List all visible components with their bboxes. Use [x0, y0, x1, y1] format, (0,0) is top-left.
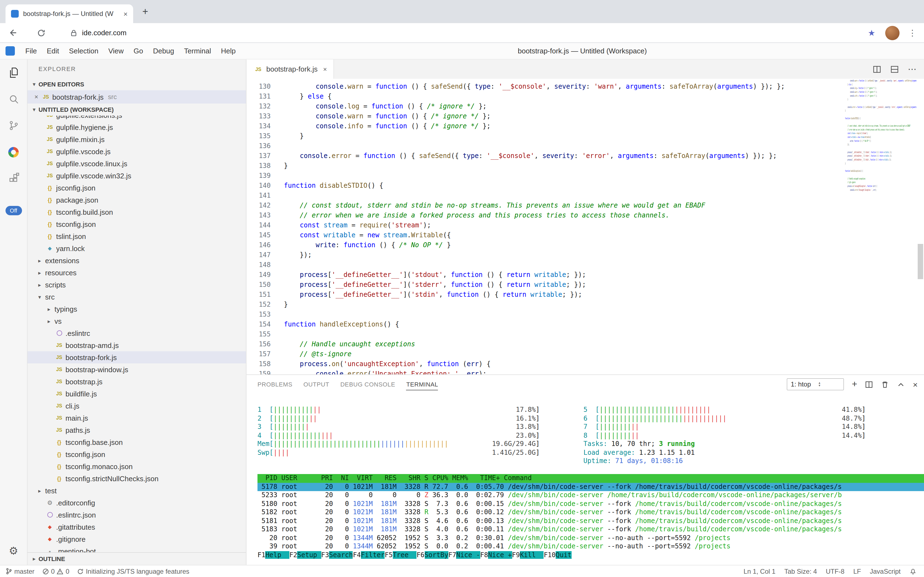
- tree-item-gulpfile.vscode.js[interactable]: JSgulpfile.vscode.js: [27, 145, 246, 158]
- panel-tab-problems[interactable]: PROBLEMS: [257, 379, 292, 390]
- url-text[interactable]: ide.coder.com: [82, 29, 127, 37]
- tree-item-.eslintrc.json[interactable]: .eslintrc.json: [27, 509, 246, 521]
- tree-item-extensions[interactable]: ▸extensions: [27, 255, 246, 266]
- tree-item-.gitattributes[interactable]: ◆.gitattributes: [27, 521, 246, 533]
- activity-search-button[interactable]: [0, 86, 27, 112]
- tree-item-tsconfig.monaco.json[interactable]: {}tsconfig.monaco.json: [27, 460, 246, 472]
- tab-close-icon[interactable]: ×: [124, 10, 128, 18]
- status-message[interactable]: Initializing JS/TS language features: [77, 567, 189, 575]
- avatar[interactable]: [885, 26, 900, 40]
- tree-item-gulpfile.extensions.js[interactable]: JSgulpfile.extensions.js: [27, 116, 246, 121]
- split-editor-button[interactable]: [873, 65, 881, 74]
- tab-close-icon[interactable]: ×: [323, 65, 327, 73]
- tree-item-tsconfig.json[interactable]: {}tsconfig.json: [27, 448, 246, 460]
- tree-item-gulpfile.hygiene.js[interactable]: JSgulpfile.hygiene.js: [27, 121, 246, 133]
- open-editors-header[interactable]: ▾ OPEN EDITORS: [27, 78, 246, 90]
- tree-item-cli.js[interactable]: JScli.js: [27, 400, 246, 412]
- cursor-position[interactable]: Ln 1, Col 1: [744, 567, 775, 575]
- code-line: [284, 260, 844, 270]
- tree-item-scripts[interactable]: ▸scripts: [27, 279, 246, 291]
- tree-item-.editorconfig[interactable]: ⚙.editorconfig: [27, 496, 246, 509]
- tree-item-yarn.lock[interactable]: ◆yarn.lock: [27, 242, 246, 255]
- outline-header[interactable]: ▸ OUTLINE: [27, 552, 246, 565]
- browser-tab[interactable]: bootstrap-fork.js — Untitled (W ×: [5, 5, 133, 23]
- terminal-dropdown[interactable]: 1: htop ▴▾: [787, 378, 844, 390]
- tree-item-tsconfig.build.json[interactable]: {}tsconfig.build.json: [27, 206, 246, 218]
- tree-item-.mention-bot[interactable]: ●.mention-bot: [27, 545, 246, 553]
- open-editor-item[interactable]: × JS bootstrap-fork.js src: [27, 90, 246, 103]
- tree-item-resources[interactable]: ▸resources: [27, 266, 246, 279]
- tree-item-buildfile.js[interactable]: JSbuildfile.js: [27, 388, 246, 400]
- menu-terminal[interactable]: Terminal: [179, 47, 216, 55]
- menu-help[interactable]: Help: [216, 47, 241, 55]
- activity-explorer-button[interactable]: [0, 60, 27, 86]
- maximize-panel-button[interactable]: [897, 380, 905, 388]
- tree-item-src[interactable]: ▾src: [27, 291, 246, 303]
- tab-size[interactable]: Tab Size: 4: [784, 567, 817, 575]
- more-actions-button[interactable]: ⋯: [908, 64, 917, 74]
- menu-go[interactable]: Go: [129, 47, 148, 55]
- code-line: console.warn = function () { safeSend({ …: [284, 82, 844, 91]
- tree-item-test[interactable]: ▸test: [27, 485, 246, 496]
- tree-item-gulpfile.vscode.linux.js[interactable]: JSgulpfile.vscode.linux.js: [27, 158, 246, 169]
- problems-status[interactable]: 0 0: [42, 567, 69, 575]
- tree-item-main.js[interactable]: JSmain.js: [27, 412, 246, 424]
- tree-item-jsconfig.json[interactable]: {}jsconfig.json: [27, 182, 246, 194]
- tree-item-tsconfig.strictNullChecks.json[interactable]: {}tsconfig.strictNullChecks.json: [27, 472, 246, 485]
- browser-menu-button[interactable]: ⋮: [908, 28, 917, 38]
- close-panel-button[interactable]: ×: [913, 380, 918, 389]
- tree-item-tsconfig.json[interactable]: {}tsconfig.json: [27, 218, 246, 230]
- toggle-layout-button[interactable]: [890, 65, 899, 74]
- tree-item-bootstrap-amd.js[interactable]: JSbootstrap-amd.js: [27, 339, 246, 351]
- bookmark-star-button[interactable]: ★: [868, 28, 875, 38]
- panel-tab-debug-console[interactable]: DEBUG CONSOLE: [340, 379, 395, 390]
- workspace-header[interactable]: ▾ UNTITLED (WORKSPACE): [27, 103, 246, 116]
- editor-scrollbar[interactable]: [918, 244, 923, 279]
- tree-item-vs[interactable]: ▸vs: [27, 315, 246, 327]
- menu-selection[interactable]: Selection: [64, 47, 103, 55]
- new-tab-button[interactable]: +: [139, 5, 152, 18]
- encoding[interactable]: UTF-8: [826, 567, 845, 575]
- back-button[interactable]: [8, 28, 17, 37]
- tree-item-.gitignore[interactable]: ◆.gitignore: [27, 533, 246, 545]
- tree-item-bootstrap-fork.js[interactable]: JSbootstrap-fork.js: [27, 351, 246, 363]
- tree-item-package.json[interactable]: {}package.json: [27, 194, 246, 206]
- new-terminal-button[interactable]: +: [852, 379, 857, 390]
- code-line: process['__defineGetter__']('stdin', fun…: [284, 290, 844, 300]
- activity-plugin-button[interactable]: [0, 139, 27, 165]
- eol[interactable]: LF: [853, 567, 861, 575]
- panel-tab-output[interactable]: OUTPUT: [304, 379, 329, 390]
- close-icon[interactable]: ×: [32, 93, 41, 101]
- tree-item-gulpfile.mixin.js[interactable]: JSgulpfile.mixin.js: [27, 133, 246, 145]
- tree-item-typings[interactable]: ▸typings: [27, 303, 246, 315]
- settings-gear-button[interactable]: ⚙: [0, 540, 27, 562]
- telemetry-off-badge[interactable]: Off: [5, 206, 22, 215]
- menu-debug[interactable]: Debug: [148, 47, 179, 55]
- language-mode[interactable]: JavaScript: [870, 567, 901, 575]
- activity-extensions-button[interactable]: [0, 165, 27, 192]
- kill-terminal-button[interactable]: [881, 380, 889, 388]
- terminal[interactable]: 1 [|||||||||||| 17.8%] 5 [||||||||||||||…: [246, 394, 924, 565]
- explorer-sidebar: EXPLORER ▾ OPEN EDITORS × JS bootstrap-f…: [27, 60, 246, 565]
- tree-item-tslint.json[interactable]: {}tslint.json: [27, 230, 246, 242]
- site-lock-icon[interactable]: [70, 29, 77, 37]
- notifications-bell[interactable]: [910, 567, 917, 575]
- panel-tab-terminal[interactable]: TERMINAL: [406, 379, 438, 390]
- tree-item-tsconfig.base.json[interactable]: {}tsconfig.base.json: [27, 436, 246, 448]
- tree-item-.eslintrc[interactable]: .eslintrc: [27, 327, 246, 339]
- activity-source-control-button[interactable]: [0, 112, 27, 139]
- menu-view[interactable]: View: [103, 47, 129, 55]
- tree-item-paths.js[interactable]: JSpaths.js: [27, 424, 246, 436]
- refresh-button[interactable]: [37, 28, 46, 37]
- scm-branch-status[interactable]: master: [5, 567, 34, 575]
- tree-item-gulpfile.vscode.win32.js[interactable]: JSgulpfile.vscode.win32.js: [27, 169, 246, 182]
- menu-file[interactable]: File: [20, 47, 42, 55]
- minimap[interactable]: console.warn = function () { safeSend({ …: [845, 79, 917, 374]
- chevron-right-icon: ▸: [35, 488, 44, 493]
- tree-item-bootstrap-window.js[interactable]: JSbootstrap-window.js: [27, 363, 246, 376]
- menu-edit[interactable]: Edit: [42, 47, 64, 55]
- tree-item-bootstrap.js[interactable]: JSbootstrap.js: [27, 376, 246, 388]
- split-terminal-button[interactable]: [865, 380, 873, 388]
- code-editor[interactable]: 1301311321331341351361371381391401411421…: [246, 79, 924, 374]
- editor-tab[interactable]: JS bootstrap-fork.js ×: [246, 60, 334, 79]
